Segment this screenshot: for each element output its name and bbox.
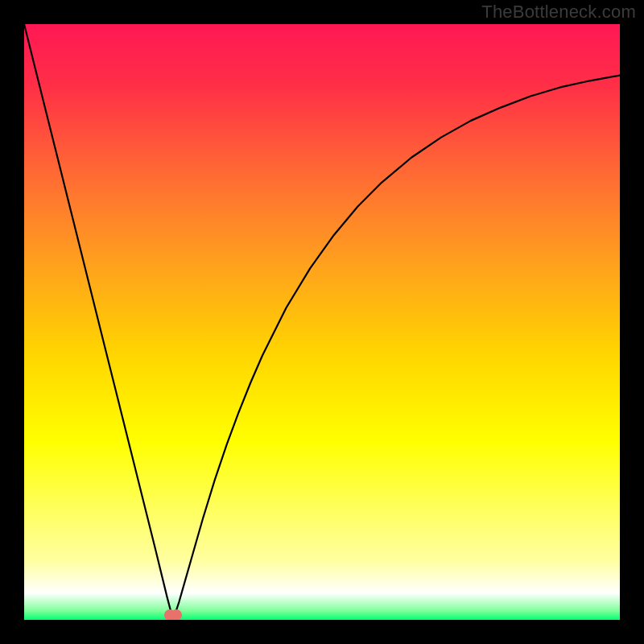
plot-area <box>24 24 620 620</box>
chart-overlay <box>24 24 620 620</box>
chart-frame: TheBottleneck.com <box>0 0 644 644</box>
bottleneck-curve <box>24 24 620 620</box>
watermark-text: TheBottleneck.com <box>481 2 636 23</box>
minimum-marker <box>164 609 182 620</box>
